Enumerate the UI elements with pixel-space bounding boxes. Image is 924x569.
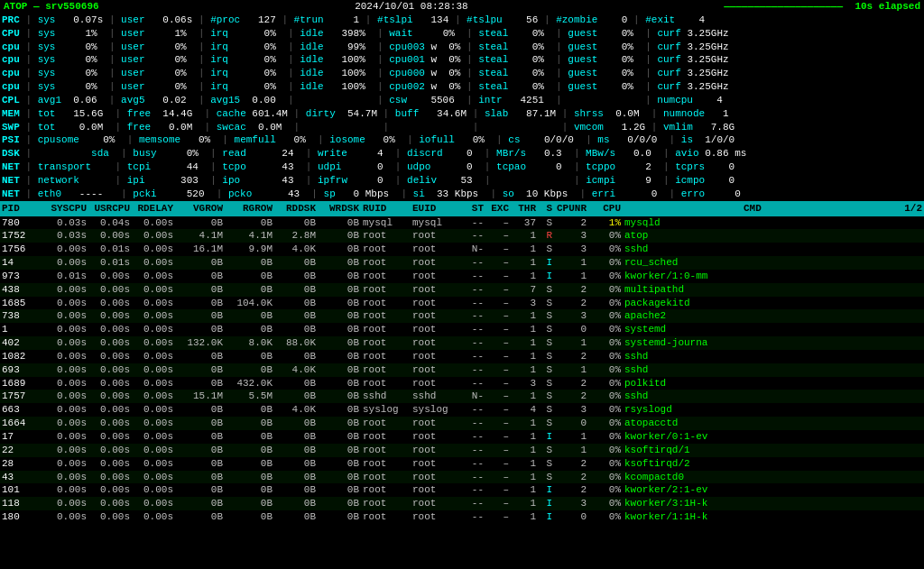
table-row[interactable]: 663 0.00s 0.00s 0.00s 0B 0B 4.0K 0B sysl… [0,403,924,417]
proc-s: I [538,497,554,510]
proc-cpunr: 3 [554,403,588,417]
proc-rdelay: 0.00s [132,497,175,510]
proc-euid: root [411,297,460,310]
table-row[interactable]: 14 0.00s 0.01s 0.00s 0B 0B 0B 0B root ro… [0,256,924,270]
proc-wrdsk: 0B [318,457,361,471]
info-line: cpu | sys 0% | user 0% | irq 0% | idle 1… [0,67,924,80]
proc-cmd: packagekitd [623,297,924,310]
proc-rgrow: 0B [225,497,274,510]
proc-cpu: 0% [588,417,623,430]
table-row[interactable]: 438 0.00s 0.00s 0.00s 0B 0B 0B 0B root r… [0,283,924,297]
table-row[interactable]: 693 0.00s 0.00s 0.00s 0B 0B 4.0K 0B root… [0,363,924,377]
proc-pid: 17 [0,430,45,444]
table-row[interactable]: 1757 0.00s 0.00s 0.00s 15.1M 5.5M 0B 0B … [0,390,924,403]
table-row[interactable]: 180 0.00s 0.00s 0.00s 0B 0B 0B 0B root r… [0,510,924,524]
proc-pid: 1752 [0,229,45,243]
proc-rgrow: 0B [225,471,274,484]
proc-usrcpu: 0.04s [88,216,132,230]
proc-s: S [538,417,554,430]
proc-rddsk: 4.0K [274,363,318,377]
proc-vgrow: 0B [175,377,225,390]
proc-usrcpu: 0.00s [88,297,132,310]
proc-ruid: root [361,283,411,297]
proc-ruid: root [361,430,411,444]
table-row[interactable]: 118 0.00s 0.00s 0.00s 0B 0B 0B 0B root r… [0,497,924,510]
proc-thr: 1 [511,336,538,350]
info-line: cpu | sys 0% | user 0% | irq 0% | idle 1… [0,80,924,94]
proc-pid: 1082 [0,350,45,363]
proc-wrdsk: 0B [318,243,361,256]
proc-st: -- [460,309,485,323]
proc-pid: 1685 [0,297,45,310]
table-row[interactable]: 780 0.03s 0.04s 0.00s 0B 0B 0B 0B mysql … [0,216,924,230]
proc-rdelay: 0.00s [132,229,175,243]
table-row[interactable]: 1685 0.00s 0.00s 0.00s 0B 104.0K 0B 0B r… [0,297,924,310]
proc-s: S [538,471,554,484]
proc-thr: 1 [511,483,538,497]
proc-rdelay: 0.00s [132,444,175,457]
proc-usrcpu: 0.00s [88,323,132,336]
info-line: CPU | sys 1% | user 1% | irq 0% | idle 3… [0,27,924,41]
proc-cpunr: 1 [554,270,588,283]
proc-pid: 1664 [0,417,45,430]
proc-rdelay: 0.00s [132,270,175,283]
proc-cpunr: 2 [554,457,588,471]
proc-rdelay: 0.00s [132,309,175,323]
proc-cpu: 0% [588,297,623,310]
app-title-center: 2024/10/01 08:28:38 [355,0,467,14]
proc-exc: – [485,243,511,256]
proc-cpu: 0% [588,243,623,256]
proc-pid: 101 [0,483,45,497]
table-row[interactable]: 28 0.00s 0.00s 0.00s 0B 0B 0B 0B root ro… [0,457,924,471]
proc-s: I [538,510,554,524]
proc-wrdsk: 0B [318,229,361,243]
proc-syscpu: 0.00s [45,297,88,310]
proc-wrdsk: 0B [318,216,361,230]
proc-exc: – [485,377,511,390]
table-row[interactable]: 402 0.00s 0.00s 0.00s 132.0K 8.0K 88.0K … [0,336,924,350]
proc-st: -- [460,403,485,417]
proc-pid: 1757 [0,390,45,403]
table-row[interactable]: 1082 0.00s 0.00s 0.00s 0B 0B 0B 0B root … [0,350,924,363]
table-row[interactable]: 1752 0.03s 0.00s 0.00s 4.1M 4.1M 2.8M 0B… [0,229,924,243]
proc-pid: 14 [0,256,45,270]
proc-thr: 1 [511,390,538,403]
proc-exc: – [485,216,511,230]
proc-rddsk: 88.0K [274,336,318,350]
proc-syscpu: 0.00s [45,430,88,444]
col-cpunr: CPUNR [554,202,588,216]
table-row[interactable]: 17 0.00s 0.00s 0.00s 0B 0B 0B 0B root ro… [0,430,924,444]
proc-pid: 438 [0,283,45,297]
table-row[interactable]: 973 0.01s 0.00s 0.00s 0B 0B 0B 0B root r… [0,270,924,283]
proc-exc: – [485,471,511,484]
table-row[interactable]: 1 0.00s 0.00s 0.00s 0B 0B 0B 0B root roo… [0,323,924,336]
proc-cpu: 0% [588,283,623,297]
table-row[interactable]: 1756 0.00s 0.01s 0.00s 16.1M 9.9M 4.0K 0… [0,243,924,256]
proc-cmd: ksoftirqd/2 [623,457,924,471]
table-row[interactable]: 1664 0.00s 0.00s 0.00s 0B 0B 0B 0B root … [0,417,924,430]
table-row[interactable]: 43 0.00s 0.00s 0.00s 0B 0B 0B 0B root ro… [0,471,924,484]
proc-rgrow: 104.0K [225,297,274,310]
proc-vgrow: 4.1M [175,229,225,243]
proc-rgrow: 0B [225,270,274,283]
proc-vgrow: 132.0K [175,336,225,350]
col-euid: EUID [411,202,460,216]
proc-syscpu: 0.00s [45,256,88,270]
proc-cmd: sshd [623,390,924,403]
proc-syscpu: 0.00s [45,390,88,403]
proc-rddsk: 0B [274,350,318,363]
proc-cpunr: 3 [554,243,588,256]
proc-exc: – [485,323,511,336]
table-row[interactable]: 738 0.00s 0.00s 0.00s 0B 0B 0B 0B root r… [0,309,924,323]
table-row[interactable]: 101 0.00s 0.00s 0.00s 0B 0B 0B 0B root r… [0,483,924,497]
proc-rdelay: 0.00s [132,510,175,524]
table-row[interactable]: 22 0.00s 0.00s 0.00s 0B 0B 0B 0B root ro… [0,444,924,457]
proc-rgrow: 0B [225,323,274,336]
proc-cmd: ksoftirqd/1 [623,444,924,457]
proc-ruid: root [361,350,411,363]
table-row[interactable]: 1689 0.00s 0.00s 0.00s 0B 432.0K 0B 0B r… [0,377,924,390]
proc-rdelay: 0.00s [132,243,175,256]
proc-cpu: 0% [588,336,623,350]
proc-ruid: root [361,417,411,430]
proc-vgrow: 0B [175,444,225,457]
